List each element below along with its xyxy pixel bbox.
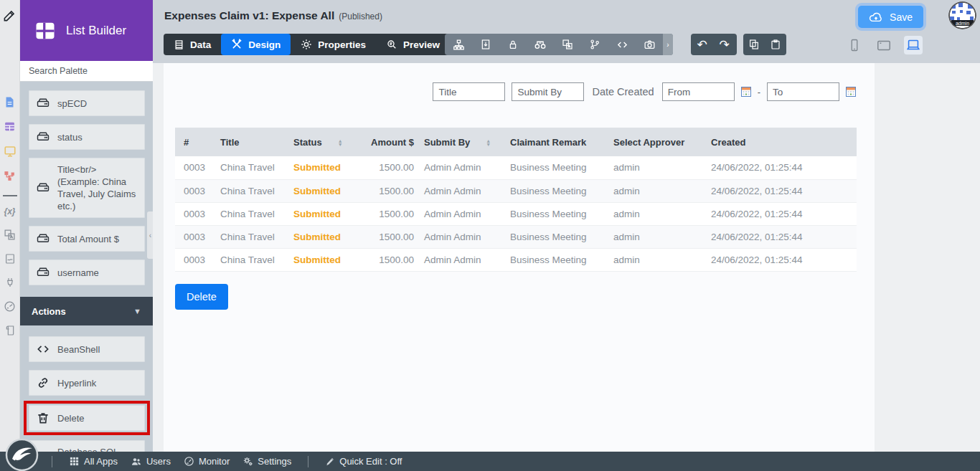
cell-amount: 1500.00 (365, 202, 424, 225)
actions-section-header[interactable]: Actions ▼ (20, 297, 153, 325)
tab-data[interactable]: Data (164, 34, 221, 55)
joget-logo[interactable] (5, 438, 39, 471)
process-icon[interactable] (4, 170, 16, 182)
col-header-index: # (175, 128, 220, 156)
col-header-created: Created (711, 128, 857, 156)
edit-app-icon[interactable] (3, 9, 17, 22)
cell-status: Submitted (293, 156, 365, 179)
datalist-icon[interactable] (4, 120, 16, 133)
translate-icon[interactable] (554, 34, 581, 55)
mobile-preview-icon[interactable] (845, 36, 864, 54)
palette-column-title[interactable]: Title<br/>(Example: China Travel, July C… (29, 158, 145, 218)
paste-icon[interactable] (765, 34, 786, 55)
builder-toolbar: › (445, 34, 673, 55)
calendar-icon[interactable] (741, 87, 751, 97)
table-row[interactable]: 0003 China Travel Submitted 1500.00 Admi… (175, 179, 857, 202)
palette-column-total-amount[interactable]: Total Amount $ (29, 226, 145, 252)
list-builder-icon (34, 20, 56, 42)
cell-title: China Travel (220, 225, 293, 248)
col-header-status[interactable]: Status▲▼ (293, 128, 365, 156)
palette-column-label: Title<br/>(Example: China Travel, July C… (57, 163, 138, 212)
date-to-input[interactable] (767, 82, 839, 101)
avatar[interactable]: admin (948, 1, 976, 29)
tab-design[interactable]: Design (221, 34, 291, 55)
versions-branch-icon[interactable] (581, 34, 608, 55)
tablet-preview-icon[interactable] (875, 36, 893, 54)
admin-footer-bar: All Apps Users Monitor Settings Quick Ed… (0, 452, 980, 471)
col-header-submit-by[interactable]: Submit By▲▼ (424, 128, 510, 156)
plugin-icon[interactable] (4, 277, 16, 288)
table-row[interactable]: 0003 China Travel Submitted 1500.00 Admi… (175, 156, 857, 179)
chevron-down-icon: ▼ (133, 307, 141, 315)
performance-icon[interactable] (4, 300, 16, 313)
list-preview-canvas: Date Created - # Title Status▲▼ Amount $… (164, 63, 875, 452)
table-row[interactable]: 0003 China Travel Submitted 1500.00 Admi… (175, 202, 857, 225)
toolbar-more-chevron[interactable]: › (663, 34, 673, 55)
grid-icon (69, 456, 80, 467)
variables-icon[interactable]: {x} (4, 206, 15, 217)
i18n-icon[interactable] (4, 229, 16, 241)
definition-icon[interactable] (472, 34, 499, 55)
palette-column-username[interactable]: username (29, 260, 145, 285)
tab-properties[interactable]: Properties (291, 34, 376, 55)
copy-icon[interactable] (743, 34, 765, 55)
forms-icon[interactable] (4, 96, 16, 108)
cell-title: China Travel (220, 248, 293, 271)
title-filter-input[interactable] (433, 82, 505, 101)
footer-settings[interactable]: Settings (242, 456, 291, 467)
screenshot-camera-icon[interactable] (636, 34, 663, 55)
undo-icon[interactable]: ↶ (691, 34, 713, 55)
design-icon (231, 39, 242, 50)
cell-created: 24/06/2022, 01:25:44 (711, 179, 857, 202)
table-row[interactable]: 0003 China Travel Submitted 1500.00 Admi… (175, 248, 857, 271)
footer-all-apps[interactable]: All Apps (69, 456, 118, 467)
column-icon (36, 232, 50, 246)
log-icon[interactable] (4, 325, 16, 336)
submit-by-filter-input[interactable] (512, 82, 584, 101)
footer-users[interactable]: Users (131, 456, 171, 467)
footer-monitor[interactable]: Monitor (184, 456, 230, 467)
page-title: Expenses Claim v1: Expense All(Published… (164, 9, 382, 22)
builder-palette: List Builder spECD status Title<br/>(Exa… (20, 0, 153, 452)
column-icon (36, 181, 50, 195)
tab-preview[interactable]: Preview (376, 34, 450, 55)
footer-divider (52, 456, 52, 467)
source-code-icon[interactable] (608, 34, 636, 55)
cell-status: Submitted (293, 202, 365, 225)
palette-column-status[interactable]: status (29, 124, 145, 150)
cell-created: 24/06/2022, 01:25:44 (711, 248, 857, 271)
cell-submit-by: Admin Admin (424, 156, 510, 179)
userview-icon[interactable] (4, 145, 17, 158)
structure-icon[interactable] (445, 34, 472, 55)
permission-lock-icon[interactable] (499, 34, 527, 55)
palette-action-delete[interactable]: Delete (29, 405, 145, 431)
cloud-upload-icon (869, 11, 883, 23)
cell-amount: 1500.00 (365, 225, 424, 248)
report-icon[interactable] (4, 253, 16, 265)
gauge-icon (184, 456, 194, 467)
footer-quick-edit[interactable]: Quick Edit : Off (325, 456, 402, 467)
delete-button[interactable]: Delete (175, 284, 228, 310)
desktop-preview-icon[interactable] (904, 36, 923, 54)
cell-status: Submitted (293, 248, 365, 271)
col-header-amount: Amount $ (365, 128, 424, 156)
table-row[interactable]: 0003 China Travel Submitted 1500.00 Admi… (175, 225, 857, 248)
redo-icon[interactable]: ↷ (713, 34, 735, 55)
palette-action-hyperlink[interactable]: Hyperlink (29, 370, 145, 396)
cell-index: 0003 (175, 248, 220, 271)
palette-search-input[interactable] (20, 61, 153, 81)
strip-divider (3, 195, 17, 196)
calendar-icon[interactable] (846, 87, 856, 97)
cell-submit-by: Admin Admin (424, 202, 510, 225)
find-binoculars-icon[interactable] (527, 34, 554, 55)
date-from-input[interactable] (662, 82, 735, 101)
data-icon (174, 39, 184, 50)
link-icon (36, 376, 50, 390)
sort-icon[interactable]: ▲▼ (338, 139, 343, 146)
palette-column-specd[interactable]: spECD (29, 90, 145, 116)
save-button[interactable]: Save (858, 6, 923, 28)
palette-column-label: username (57, 267, 99, 279)
sort-icon[interactable]: ▲▼ (486, 139, 491, 146)
palette-action-beanshell[interactable]: BeanShell (29, 336, 145, 362)
cell-index: 0003 (175, 179, 220, 202)
